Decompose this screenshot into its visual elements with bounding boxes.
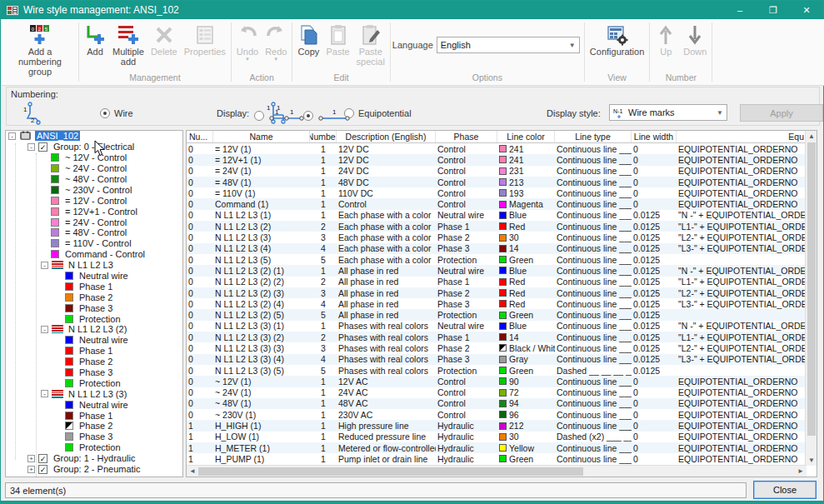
column-header[interactable]: Line type (555, 131, 632, 142)
tree-item-label[interactable]: Neutral wire (77, 335, 130, 345)
table-row[interactable]: 0= 24V (1)124V DCControl231Continuous li… (187, 166, 807, 177)
table-row[interactable]: 1H_METER (1)1Metered or flow-controlledH… (187, 442, 807, 453)
tree-item-label[interactable]: Group: 0 - Electrical (52, 142, 136, 152)
tree-row[interactable]: Command - Control (6, 249, 182, 260)
tree-row[interactable]: -✓Group: 0 - Electrical (6, 142, 182, 152)
tree-row[interactable]: Protection (6, 377, 182, 388)
table-row[interactable]: 1H_PUMP (1)1Pump inlet or drain lineHydr… (187, 453, 807, 464)
group-checkbox[interactable]: ✓ (38, 142, 47, 152)
tree-item-label[interactable]: Protection (77, 314, 122, 324)
table-row[interactable]: 0= 12V+1 (1)112V DCControl241Continuous … (187, 154, 807, 165)
table-row[interactable]: 1H_HIGH (1)1High pressure lineHydraulic2… (187, 420, 807, 431)
table-row[interactable]: 0N L1 L2 L3 (2) (3)3All phase in redPhas… (187, 287, 807, 298)
wire-radio[interactable]: Wire (100, 108, 133, 118)
tree-item-label[interactable]: = 24V - Control (63, 217, 128, 227)
wire-style-tree[interactable]: -ANSI_102-✓Group: 0 - Electrical~ 12V - … (5, 130, 183, 477)
scroll-left-icon[interactable]: ◄ (187, 466, 198, 477)
tree-item-label[interactable]: = 48V - Control (63, 227, 128, 237)
close-window-button[interactable]: ✕ (790, 1, 823, 19)
tree-item-label[interactable]: Group: 1 - Hydraulic (52, 453, 137, 463)
tree-row[interactable]: Phase 1 (6, 410, 182, 421)
tree-item-label[interactable]: ~ 48V - Control (63, 174, 128, 184)
tree-row[interactable]: Protection (6, 313, 182, 324)
collapse-icon[interactable]: - (41, 390, 48, 397)
collapse-icon[interactable]: - (41, 326, 48, 333)
add-button[interactable]: Add (81, 22, 109, 58)
configuration-button[interactable]: Configuration (587, 22, 647, 58)
tree-item-label[interactable]: Phase 1 (77, 282, 114, 292)
maximize-button[interactable]: ❐ (757, 1, 790, 19)
tree-item-label[interactable]: Phase 2 (77, 292, 114, 302)
column-header[interactable]: Description (English) (337, 131, 436, 142)
table-row[interactable]: 0= 110V (1)1110V DCControl193Continuous … (187, 187, 807, 198)
tree-row[interactable]: Phase 2 (6, 421, 182, 432)
group-checkbox[interactable]: ✓ (38, 465, 47, 474)
minimize-button[interactable]: – (723, 1, 757, 19)
tree-item-label[interactable]: = 12V+1 - Control (63, 207, 139, 217)
table-row[interactable]: 0~ 230V (1)1230V ACControl96Continuous l… (187, 409, 807, 420)
display-option-2-radio[interactable]: 1 (303, 108, 351, 123)
tree-row[interactable]: = 24V - Control (6, 217, 182, 227)
scroll-down-icon[interactable]: ▼ (806, 455, 817, 466)
tree-item-label[interactable]: Phase 1 (77, 346, 114, 356)
add-numbering-group-button[interactable]: 0 2 5 Add a numbering group (3, 22, 77, 78)
tree-row[interactable]: -N L1 L2 L3 (3) (6, 388, 182, 399)
table-row[interactable]: 0N L1 L2 L3 (2)2Each phase with a colorP… (187, 221, 807, 232)
column-header[interactable]: Nu... (187, 131, 213, 142)
table-row[interactable]: 0N L1 L2 L3 (3) (4)4Phases with real col… (187, 354, 807, 365)
tree-item-label[interactable]: Protection (77, 378, 122, 388)
tree-item-label[interactable]: Phase 2 (77, 421, 114, 431)
tree-row[interactable]: ~ 230V - Control (6, 184, 182, 195)
table-row[interactable]: 0N L1 L2 L3 (2) (1)1All phase in redNeut… (187, 265, 807, 276)
scroll-up-icon[interactable]: ▲ (806, 131, 817, 142)
collapse-icon[interactable]: - (41, 262, 48, 269)
multiple-add-button[interactable]: Multiple add (109, 22, 147, 68)
tree-row[interactable]: +✓Group: 2 - Pneumatic (6, 464, 182, 475)
tree-row[interactable]: = 12V - Control (6, 195, 182, 206)
table-row[interactable]: 0N L1 L2 L3 (3) (1)1Phases with real col… (187, 321, 807, 332)
tree-row[interactable]: Phase 2 (6, 357, 182, 367)
tree-row[interactable]: = 48V - Control (6, 227, 182, 238)
tree-item-label[interactable]: = 110V - Control (63, 238, 133, 248)
table-row[interactable]: 0N L1 L2 L3 (3) (2)2Phases with real col… (187, 332, 807, 342)
tree-row[interactable]: ~ 24V - Control (6, 163, 182, 174)
language-select[interactable]: English ▼ (437, 37, 580, 53)
tree-row[interactable]: Phase 3 (6, 432, 182, 442)
tree-row[interactable]: Phase 3 (6, 367, 182, 378)
tree-item-label[interactable]: Phase 3 (77, 432, 114, 442)
display-option-1-radio[interactable]: 11 (254, 108, 305, 123)
tree-item-label[interactable]: Protection (77, 442, 122, 452)
table-row[interactable]: 0~ 48V (1)148V ACControl94Continuous lin… (187, 398, 807, 409)
tree-row[interactable]: = 12V+1 - Control (6, 206, 182, 217)
tree-row[interactable]: ~ 48V - Control (6, 174, 182, 185)
expand-icon[interactable]: + (27, 455, 35, 462)
expand-icon[interactable]: + (27, 466, 35, 473)
tree-item-label[interactable]: N L1 L2 L3 (2) (67, 324, 128, 334)
column-header[interactable]: Number (310, 131, 337, 142)
tree-item-label[interactable]: Phase 3 (77, 367, 114, 377)
table-row[interactable]: 0Command (1)1ControlControlMagentaContin… (187, 198, 807, 209)
tree-item-label[interactable]: ANSI_102 (35, 131, 80, 141)
horizontal-scrollbar[interactable]: ◄ ► (187, 465, 807, 477)
table-row[interactable]: 0N L1 L2 L3 (3) (3)3Phases with real col… (187, 342, 807, 353)
tree-row[interactable]: Neutral wire (6, 271, 182, 282)
tree-row[interactable]: ~ 12V - Control (6, 152, 182, 163)
column-header[interactable]: Name (213, 131, 310, 142)
equipotential-radio[interactable]: Equipotential (344, 108, 412, 118)
close-button[interactable]: Close (753, 481, 817, 499)
table-row[interactable]: 0N L1 L2 L3 (4)4Each phase with a colorP… (187, 243, 807, 254)
title-bar[interactable]: Wire style management: ANSI_102 – ❐ ✕ (1, 1, 823, 19)
tree-row[interactable]: Neutral wire (6, 335, 182, 346)
vertical-scrollbar[interactable]: ▲ ▼ (805, 131, 817, 466)
group-checkbox[interactable]: ✓ (38, 454, 47, 463)
tree-item-label[interactable]: N L1 L2 L3 (67, 260, 115, 270)
tree-row[interactable]: = 110V - Control (6, 238, 182, 249)
table-row[interactable]: 1H_LOW (1)1Reduced pressure lineHydrauli… (187, 432, 807, 442)
tree-row[interactable]: Phase 1 (6, 346, 182, 357)
table-row[interactable]: 0~ 24V (1)124V ACControl72Continuous lin… (187, 387, 807, 398)
table-row[interactable]: 0~ 12V (1)112V ACControl90Continuous lin… (187, 376, 807, 387)
tree-item-label[interactable]: Neutral wire (77, 400, 130, 410)
tree-row[interactable]: -ANSI_102 (6, 131, 182, 142)
table-row[interactable]: 0= 48V (1)148V DCControl213Continuous li… (187, 177, 807, 187)
tree-item-label[interactable]: Phase 1 (77, 411, 114, 421)
